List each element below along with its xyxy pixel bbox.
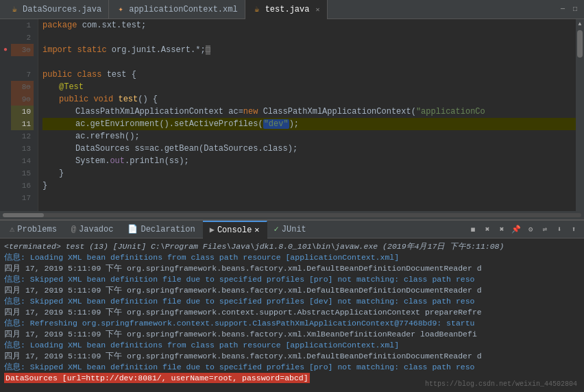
close-tab-icon[interactable]: ✕ bbox=[315, 5, 319, 14]
editor-scrollbar[interactable]: ▲ bbox=[576, 19, 584, 211]
tab-junit[interactable]: ✓ JUnit bbox=[267, 221, 314, 238]
gutter-cell-14 bbox=[0, 180, 11, 192]
scroll-up-icon[interactable]: ▲ bbox=[576, 19, 584, 27]
code-line-11: ac.getEnvironment().setActiveProfiles("d… bbox=[42, 118, 576, 130]
problems-tab-icon: ⚠ bbox=[10, 224, 14, 234]
left-gutter: ● bbox=[0, 19, 11, 211]
watermark: https://blog.csdn.net/weixin_44502804 bbox=[425, 380, 577, 388]
code-line-3: import static org.junit.Assert.*;□ bbox=[42, 44, 576, 56]
code-line-9: public void test() { bbox=[42, 93, 576, 106]
java-icon: ☕ bbox=[10, 5, 19, 14]
line-num-2: 2 bbox=[11, 32, 34, 44]
editor-hscrollbar[interactable] bbox=[0, 211, 584, 219]
tab-appcontext-label: applicationContext.xml bbox=[129, 5, 237, 14]
console-terminated-line: <terminated> test (13) [JUnit] C:\Progra… bbox=[4, 241, 580, 252]
line-num-17: 17 bbox=[11, 192, 34, 204]
tab-declaration[interactable]: 📄 Declaration bbox=[121, 221, 202, 238]
scroll-end-icon[interactable]: ⬇ bbox=[553, 223, 565, 236]
code-line-13: DataSources ss=ac.getBean(DataSources.cl… bbox=[42, 143, 576, 155]
tab-bar: ☕ DataSources.java ✦ applicationContext.… bbox=[0, 0, 584, 19]
gutter-cell-1 bbox=[0, 19, 11, 32]
gutter-cell-8 bbox=[0, 106, 11, 118]
tab-problems[interactable]: ⚠ Problems bbox=[3, 221, 64, 238]
gutter-cell-15 bbox=[0, 192, 11, 204]
console-line-9: 信息: Loading XML bean definitions from cl… bbox=[4, 340, 580, 351]
code-line-12: ac.refresh(); bbox=[42, 130, 576, 143]
tab-datasources[interactable]: ☕ DataSources.java bbox=[3, 0, 109, 19]
console-area[interactable]: <terminated> test (13) [JUnit] C:\Progra… bbox=[0, 238, 584, 392]
tab-javadoc-label: Javadoc bbox=[79, 225, 113, 234]
console-line-2: 四月 17, 2019 5:11:09 下午 org.springframewo… bbox=[4, 263, 580, 274]
line-num-1: 1 bbox=[11, 19, 34, 32]
hscroll-track[interactable] bbox=[3, 213, 581, 217]
code-line-15: } bbox=[42, 167, 576, 180]
code-editor[interactable]: package com.sxt.test; import static org.… bbox=[38, 19, 584, 211]
xml-icon: ✦ bbox=[116, 5, 125, 14]
gutter-cell-13 bbox=[0, 167, 11, 180]
console-line-11: 信息: Skipped XML bean definition file due… bbox=[4, 362, 580, 373]
window-controls: ─ □ bbox=[558, 5, 584, 14]
bottom-tab-bar: ⚠ Problems @ Javadoc 📄 Declaration ▶ Con… bbox=[0, 221, 584, 238]
tab-appcontext[interactable]: ✦ applicationContext.xml bbox=[109, 0, 245, 19]
code-line-1: package com.sxt.test; bbox=[42, 19, 576, 32]
console-line-8: 四月 17, 2019 5:11:09 下午 org.springframewo… bbox=[4, 329, 580, 340]
gutter-cell-5 bbox=[0, 69, 11, 81]
bottom-panel: ⚠ Problems @ Javadoc 📄 Declaration ▶ Con… bbox=[0, 219, 584, 392]
console-line-7: 信息: Refreshing org.springframework.conte… bbox=[4, 318, 580, 329]
code-content[interactable]: package com.sxt.test; import static org.… bbox=[38, 19, 576, 211]
console-line-10: 四月 17, 2019 5:11:09 下午 org.springframewo… bbox=[4, 351, 580, 362]
code-line-7: public class test { bbox=[42, 69, 576, 81]
close-console-icon[interactable]: ✕ bbox=[254, 225, 259, 235]
tab-declaration-label: Declaration bbox=[141, 225, 195, 234]
hscroll-thumb[interactable] bbox=[3, 213, 44, 217]
settings-icon[interactable]: ⚙ bbox=[524, 223, 537, 236]
tab-testjava-label: test.java bbox=[265, 5, 310, 14]
tab-testjava[interactable]: ☕ test.java ✕ bbox=[245, 0, 328, 19]
code-line-14: System.out.println(ss); bbox=[42, 155, 576, 167]
editor-area: ● 1 2 3⊖ 7 8⊖ 9⊖ 10 11 12 13 14 15 16 bbox=[0, 19, 584, 211]
console-highlight-text: DataSources [url=http://dev:8081/, userN… bbox=[4, 373, 310, 383]
stop-icon[interactable]: ◼ bbox=[467, 223, 479, 236]
tab-datasources-label: DataSources.java bbox=[23, 5, 101, 14]
line-num-14: 14 bbox=[11, 155, 34, 167]
code-line-16: } bbox=[42, 180, 576, 192]
remove-icon[interactable]: ✖ bbox=[496, 223, 508, 236]
gutter-cell-7 bbox=[0, 93, 11, 106]
maximize-icon[interactable]: □ bbox=[570, 5, 580, 14]
line-num-7: 7 bbox=[11, 69, 34, 81]
tab-javadoc[interactable]: @ Javadoc bbox=[64, 221, 121, 238]
minimize-icon[interactable]: ─ bbox=[558, 5, 568, 14]
gutter-cell-4 bbox=[0, 56, 11, 69]
gutter-cell-6 bbox=[0, 81, 11, 93]
console-line-5: 信息: Skipped XML bean definition file due… bbox=[4, 296, 580, 307]
pin-icon[interactable]: 📌 bbox=[510, 223, 522, 236]
line-num-12: 12 bbox=[11, 130, 34, 143]
gutter-cell-10 bbox=[0, 130, 11, 143]
gutter-cell-12 bbox=[0, 155, 11, 167]
gutter-cell-9 bbox=[0, 118, 11, 130]
code-line-2 bbox=[42, 32, 576, 44]
console-line-4: 四月 17, 2019 5:11:09 下午 org.springframewo… bbox=[4, 285, 580, 296]
line-num-16: 16 bbox=[11, 180, 34, 192]
code-line-10: ClassPathXmlApplicationContext ac=new Cl… bbox=[42, 106, 576, 118]
gutter-cell-2 bbox=[0, 32, 11, 44]
line-num-8: 8⊖ bbox=[11, 81, 34, 93]
tab-console[interactable]: ▶ Console ✕ bbox=[203, 221, 267, 238]
remove-all-icon[interactable]: ✖ bbox=[481, 223, 494, 236]
java-icon-2: ☕ bbox=[252, 5, 262, 14]
tab-problems-label: Problems bbox=[17, 225, 57, 234]
scroll-thumb[interactable] bbox=[577, 30, 583, 58]
line-num-15: 15 bbox=[11, 167, 34, 180]
junit-tab-icon: ✓ bbox=[274, 224, 279, 234]
bottom-toolbar: ◼ ✖ ✖ 📌 ⚙ ⇌ ⬇ ⬆ bbox=[467, 223, 584, 236]
gutter-cell-11 bbox=[0, 143, 11, 155]
console-line-6: 四月 17, 2019 5:11:09 下午 org.springframewo… bbox=[4, 307, 580, 318]
line-num-13: 13 bbox=[11, 143, 34, 155]
wrap-icon[interactable]: ⇌ bbox=[539, 223, 551, 236]
line-num-4 bbox=[11, 56, 34, 69]
declaration-tab-icon: 📄 bbox=[127, 224, 138, 234]
scroll-top-icon[interactable]: ⬆ bbox=[568, 223, 580, 236]
breakpoint-icon[interactable]: ● bbox=[0, 44, 11, 56]
console-line-3: 信息: Skipped XML bean definition file due… bbox=[4, 274, 580, 285]
line-num-11: 11 bbox=[11, 118, 34, 130]
